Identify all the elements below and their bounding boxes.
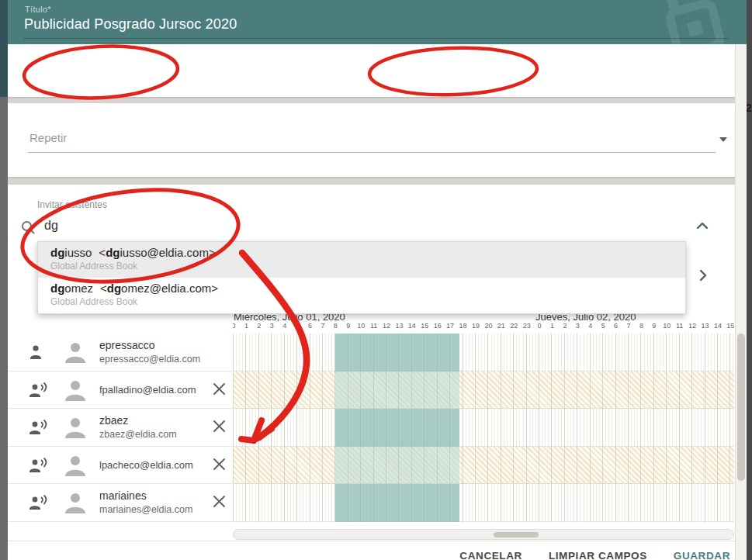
suggestion-item[interactable]: dgomez<dgomez@eldia.com> Global Address … bbox=[38, 278, 685, 313]
repeat-dropdown[interactable]: Repetir bbox=[8, 103, 735, 177]
attendee-email: epressacco@eldia.com bbox=[99, 354, 200, 365]
attendee-email: mariaines@eldia.com bbox=[99, 504, 192, 515]
invite-search-input[interactable]: dg bbox=[44, 219, 58, 233]
attendee-text: epressacco epressacco@eldia.com bbox=[99, 338, 200, 365]
suggestion-name-rest: iusso bbox=[64, 246, 92, 259]
page-edge-artifact: 2 bbox=[746, 102, 752, 114]
horizontal-scrollbar-thumb[interactable] bbox=[494, 532, 539, 538]
suggestion-text: dgomez<dgomez@eldia.com> bbox=[50, 282, 685, 295]
hour-label: 0 bbox=[233, 322, 240, 330]
organizer-person-icon bbox=[28, 343, 48, 361]
hour-label: 4 bbox=[584, 322, 597, 330]
vertical-scrollbar[interactable] bbox=[735, 44, 747, 560]
hour-label: 0 bbox=[533, 322, 546, 330]
hour-label: 3 bbox=[571, 322, 584, 330]
hour-labels-row: 0123456789101112131415161718192021222301… bbox=[233, 322, 736, 332]
hour-label: 18 bbox=[457, 322, 470, 330]
chevron-up-icon[interactable] bbox=[696, 222, 709, 230]
grid-row-stripe bbox=[233, 409, 734, 447]
hour-label: 1 bbox=[240, 322, 252, 330]
remove-attendee-button[interactable] bbox=[213, 382, 226, 396]
hour-label: 12 bbox=[686, 322, 698, 330]
hour-label: 9 bbox=[648, 322, 660, 330]
hour-label: 11 bbox=[674, 322, 686, 330]
attendee-text: lpacheco@eldia.com bbox=[99, 459, 193, 471]
availability-grid[interactable] bbox=[233, 334, 734, 522]
footer-bar: CANCELAR LIMPIAR CAMPOS GUARDAR bbox=[8, 541, 735, 560]
suggestion-email-rest: iusso@eldia.com> bbox=[120, 246, 215, 259]
title-field-label: Título* bbox=[25, 5, 51, 14]
attendee-email: zbaez@eldia.com bbox=[99, 429, 177, 440]
hour-label: 2 bbox=[559, 322, 571, 330]
hour-label: 22 bbox=[508, 322, 520, 330]
hour-label: 14 bbox=[406, 322, 418, 330]
hour-label: 15 bbox=[724, 322, 736, 330]
event-block-segment bbox=[335, 447, 459, 485]
remove-attendee-button[interactable] bbox=[213, 495, 226, 508]
hour-label: 21 bbox=[495, 322, 508, 330]
event-time-block bbox=[335, 334, 459, 522]
chevron-right-icon[interactable] bbox=[699, 269, 707, 282]
avatar bbox=[62, 415, 88, 441]
hour-label: 9 bbox=[342, 322, 355, 330]
event-title-input[interactable]: Publicidad Posgrado Jursoc 2020 bbox=[24, 16, 237, 33]
hour-label: 7 bbox=[317, 322, 329, 330]
attendee-name: zbaez bbox=[99, 414, 177, 427]
grid-rows bbox=[233, 334, 734, 522]
event-block-segment bbox=[335, 409, 459, 447]
date-section: 01-Jul-20 01-Jul-20 bbox=[8, 44, 735, 97]
hour-label: 17 bbox=[444, 322, 456, 330]
event-block-segment bbox=[335, 372, 459, 410]
event-block-segment bbox=[335, 334, 459, 372]
search-icon bbox=[20, 220, 36, 235]
attendee-speaking-icon bbox=[28, 493, 50, 512]
vertical-scrollbar-thumb[interactable] bbox=[737, 334, 745, 481]
avatar bbox=[62, 340, 88, 366]
avatar bbox=[62, 378, 88, 404]
invite-attendees-label: Invitar asistentes bbox=[37, 199, 107, 210]
attendee-name: epressacco bbox=[99, 339, 200, 351]
dialog-header: Título* Publicidad Posgrado Jursoc 2020 bbox=[8, 0, 747, 44]
cancel-button[interactable]: CANCELAR bbox=[459, 550, 522, 560]
suggestion-text: dgiusso<dgiusso@eldia.com> bbox=[50, 246, 685, 259]
attendee-row: zbaez zbaez@eldia.com bbox=[8, 409, 234, 447]
attendee-speaking-icon bbox=[28, 381, 50, 399]
horizontal-scrollbar[interactable] bbox=[233, 529, 734, 540]
attendee-text: zbaez zbaez@eldia.com bbox=[99, 413, 177, 440]
attendee-speaking-icon bbox=[28, 418, 50, 437]
suggestion-list: dgiusso<dgiusso@eldia.com> Global Addres… bbox=[37, 241, 686, 314]
hour-label: 10 bbox=[355, 322, 367, 330]
hour-label: 6 bbox=[304, 322, 317, 330]
hour-label: 12 bbox=[380, 322, 393, 330]
attendee-row: mariaines mariaines@eldia.com bbox=[8, 484, 234, 522]
suggestion-source: Global Address Book bbox=[50, 296, 685, 307]
hour-label: 11 bbox=[368, 322, 380, 330]
page-edge-left bbox=[0, 0, 8, 97]
suggestion-item[interactable]: dgiusso<dgiusso@eldia.com> Global Addres… bbox=[38, 242, 685, 278]
suggestion-name-rest: omez bbox=[64, 282, 93, 295]
grid-row-stripe bbox=[233, 334, 734, 372]
attendee-list: epressacco epressacco@eldia.com fpalladi… bbox=[8, 334, 234, 522]
attendee-row: lpacheco@eldia.com bbox=[8, 447, 234, 485]
hour-label: 1 bbox=[546, 322, 559, 330]
attendee-name: mariaines bbox=[99, 489, 192, 502]
attendee-text: fpalladino@eldia.com bbox=[99, 384, 196, 396]
clear-fields-button[interactable]: LIMPIAR CAMPOS bbox=[549, 550, 647, 560]
hour-label: 19 bbox=[470, 322, 482, 330]
suggestion-name-bold: dg bbox=[50, 282, 64, 295]
hour-label: 23 bbox=[521, 322, 533, 330]
hour-label: 2 bbox=[253, 322, 265, 330]
title-underline bbox=[23, 38, 729, 39]
hour-label: 10 bbox=[660, 322, 673, 330]
save-button[interactable]: GUARDAR bbox=[674, 550, 730, 560]
attendee-row: fpalladino@eldia.com bbox=[8, 372, 234, 410]
attendee-row: epressacco epressacco@eldia.com bbox=[8, 334, 234, 372]
remove-attendee-button[interactable] bbox=[213, 458, 226, 471]
hour-label: 16 bbox=[431, 322, 444, 330]
hour-label: 15 bbox=[418, 322, 431, 330]
remove-attendee-button[interactable] bbox=[213, 420, 226, 433]
chevron-down-icon[interactable] bbox=[719, 137, 727, 142]
hour-label: 14 bbox=[712, 322, 724, 330]
hour-label: 6 bbox=[610, 322, 622, 330]
attendee-text: mariaines mariaines@eldia.com bbox=[99, 489, 192, 515]
